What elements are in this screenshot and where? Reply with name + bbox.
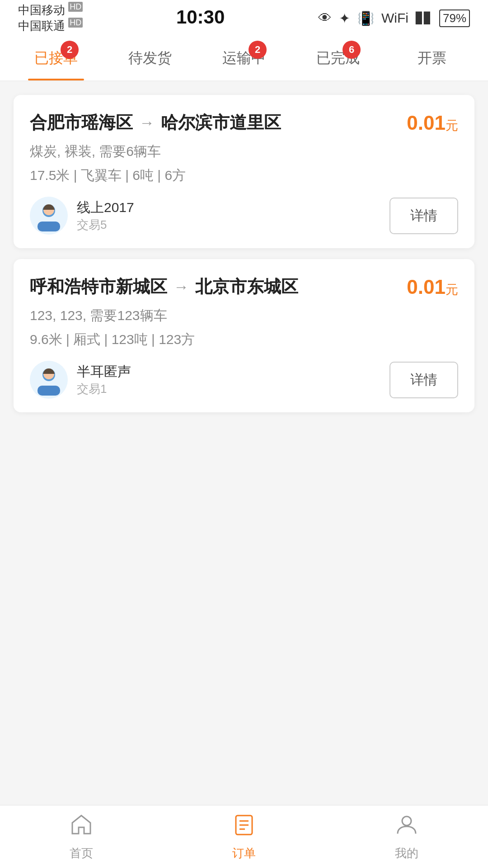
tab-transit[interactable]: 运输中 2 [197, 36, 291, 80]
svg-rect-1 [38, 222, 60, 231]
nav-order[interactable]: 订单 [163, 813, 325, 861]
order-route-1: 合肥市瑶海区 → 哈尔滨市道里区 0.01元 [30, 111, 458, 134]
signal-icon: ▊▊ [416, 12, 432, 24]
bottom-nav: 首页 订单 我的 [0, 805, 488, 868]
detail-button-2[interactable]: 详情 [389, 362, 458, 398]
home-icon [70, 813, 93, 842]
tab-completed[interactable]: 已完成 6 [291, 36, 385, 80]
user-info-2: 半耳匿声 交易1 [30, 361, 131, 399]
nav-home-label: 首页 [70, 845, 93, 861]
nav-home[interactable]: 首页 [0, 813, 163, 861]
order-icon [232, 813, 256, 842]
nav-order-label: 订单 [232, 845, 256, 861]
svg-point-10 [402, 816, 411, 826]
order-list: 合肥市瑶海区 → 哈尔滨市道里区 0.01元 煤炭, 裸装, 需要6辆车 17.… [0, 81, 488, 426]
order-price-unit-2: 元 [446, 283, 458, 297]
battery-icon: 79% [439, 9, 470, 27]
order-route-text-1: 合肥市瑶海区 → 哈尔滨市道里区 [30, 111, 281, 134]
order-from-city-2: 呼和浩特市新城区 [30, 275, 167, 298]
user-text-2: 半耳匿声 交易1 [77, 363, 131, 397]
svg-rect-4 [38, 386, 60, 396]
mine-icon [395, 813, 418, 842]
wifi-icon: WiFi [381, 10, 408, 26]
tab-invoice-label: 开票 [418, 48, 446, 68]
tab-invoice[interactable]: 开票 [385, 36, 479, 80]
order-from-city-1: 合肥市瑶海区 [30, 111, 133, 134]
tab-pending-label: 待发货 [128, 48, 172, 68]
avatar-2 [30, 361, 68, 399]
order-footer-1: 线上2017 交易5 详情 [30, 197, 458, 235]
bluetooth-icon: ✦ [339, 10, 350, 26]
status-bar: 中国移动 HD 中国联通 HD 10:30 👁 ✦ 📳 WiFi ▊▊ 79% [0, 0, 488, 36]
user-info-1: 线上2017 交易5 [30, 197, 134, 235]
carrier1-label: 中国移动 HD [18, 2, 83, 18]
avatar-1 [30, 197, 68, 235]
order-price-2: 0.01元 [407, 276, 458, 298]
order-goods-1: 煤炭, 裸装, 需要6辆车 [30, 142, 458, 161]
tab-pending[interactable]: 待发货 [103, 36, 197, 80]
user-trade-2: 交易1 [77, 381, 131, 397]
vibrate-icon: 📳 [357, 10, 374, 26]
nav-mine[interactable]: 我的 [325, 813, 488, 861]
tab-accepted-badge: 2 [61, 41, 79, 59]
carrier-info: 中国移动 HD 中国联通 HD [18, 2, 83, 34]
nav-mine-label: 我的 [395, 845, 418, 861]
user-name-2: 半耳匿声 [77, 363, 131, 381]
eye-icon: 👁 [318, 10, 332, 26]
order-route-2: 呼和浩特市新城区 → 北京市东城区 0.01元 [30, 275, 458, 298]
tab-accepted[interactable]: 已接单 2 [9, 36, 103, 80]
order-card-2: 呼和浩特市新城区 → 北京市东城区 0.01元 123, 123, 需要123辆… [14, 259, 474, 412]
order-specs-1: 17.5米 | 飞翼车 | 6吨 | 6方 [30, 166, 458, 185]
order-tab-bar: 已接单 2 待发货 运输中 2 已完成 6 开票 [0, 36, 488, 81]
order-to-city-1: 哈尔滨市道里区 [161, 111, 281, 134]
carrier2-label: 中国联通 HD [18, 18, 83, 34]
order-footer-2: 半耳匿声 交易1 详情 [30, 361, 458, 399]
tab-completed-badge: 6 [343, 41, 361, 59]
status-icons: 👁 ✦ 📳 WiFi ▊▊ 79% [318, 9, 470, 27]
route-arrow-icon-2: → [174, 278, 189, 296]
detail-button-1[interactable]: 详情 [389, 198, 458, 234]
user-trade-1: 交易5 [77, 217, 134, 233]
time-display: 10:30 [176, 6, 225, 28]
order-card-1: 合肥市瑶海区 → 哈尔滨市道里区 0.01元 煤炭, 裸装, 需要6辆车 17.… [14, 95, 474, 248]
order-to-city-2: 北京市东城区 [195, 275, 298, 298]
order-price-unit-1: 元 [446, 118, 458, 132]
user-name-1: 线上2017 [77, 198, 134, 217]
order-price-1: 0.01元 [407, 112, 458, 134]
order-specs-2: 9.6米 | 厢式 | 123吨 | 123方 [30, 330, 458, 349]
order-route-text-2: 呼和浩特市新城区 → 北京市东城区 [30, 275, 298, 298]
route-arrow-icon-1: → [139, 114, 155, 132]
user-text-1: 线上2017 交易5 [77, 198, 134, 233]
tab-transit-badge: 2 [249, 41, 267, 59]
order-goods-2: 123, 123, 需要123辆车 [30, 307, 458, 325]
